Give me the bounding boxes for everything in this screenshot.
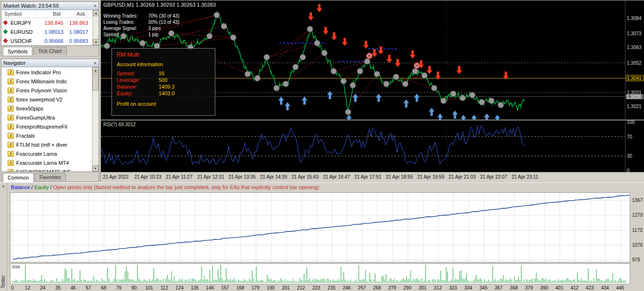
ask-price: 0.95683	[65, 38, 90, 44]
scroll-down-icon[interactable]: ▼	[92, 165, 99, 171]
tester-x-label: 0	[11, 285, 14, 291]
symbol-name: EURJPY	[10, 20, 38, 26]
ask-price: 138.863	[65, 20, 90, 26]
tester-x-label: 257	[358, 285, 366, 291]
strategy-tester-panel: × Tester Balance / Equity / Open prices …	[0, 182, 644, 291]
navigator-item[interactable]: fFractals	[1, 131, 99, 140]
navigator-item[interactable]: fforex sweepmod V2	[1, 95, 99, 104]
indicator-icon: f	[8, 79, 14, 84]
tester-x-label: 112	[161, 285, 168, 291]
price-chart[interactable]: GBPUSD,M1 1.30268 1.30293 1.30263 1.3028…	[101, 0, 626, 120]
stat-label: Winning Trades:	[103, 13, 148, 19]
market-watch-scrollbar[interactable]: ▲ ▼	[92, 10, 99, 45]
info-label: Balanse:	[117, 83, 159, 90]
tester-x-label: 101	[145, 285, 153, 291]
navigator-item-label: FTLM hist (mtf + diver	[16, 142, 67, 148]
close-icon[interactable]: ×	[94, 60, 97, 66]
time-axis-label: 21 Apr 10:23	[134, 174, 161, 180]
navigator-item[interactable]: fForexprofitsupremeFil	[1, 122, 99, 131]
legend-separator: /	[30, 184, 34, 190]
info-value: 1409.3	[159, 83, 175, 90]
navigator-item[interactable]: fFxaccurate Larna MT4	[1, 158, 99, 167]
scroll-up-icon[interactable]: ▲	[93, 10, 99, 16]
market-watch-row[interactable]: EURJPY138.845138.863	[1, 18, 99, 27]
navigator-item-label: forex50pips	[16, 106, 43, 111]
price-scale-tick: 1.3063	[627, 45, 642, 50]
close-icon[interactable]: ×	[2, 184, 5, 189]
scroll-up-icon[interactable]: ▲	[92, 67, 99, 73]
tester-x-label: 445	[616, 285, 624, 291]
market-watch-tab-tick-chart[interactable]: Tick Chart	[33, 47, 67, 55]
tester-x-label: 90	[131, 285, 137, 291]
navigator-item-label: Forex Indicator Pro	[16, 70, 61, 75]
tester-x-label: 323	[449, 285, 457, 291]
price-direction-icon	[3, 30, 8, 34]
tester-x-label: 124	[176, 285, 184, 291]
tester-x-label: 190	[267, 285, 275, 291]
indicator-icon: f	[8, 124, 14, 130]
tester-x-label: 79	[116, 285, 121, 291]
tester-x-label: 290	[403, 285, 412, 291]
tester-x-label: 279	[388, 285, 396, 291]
size-label: Size	[12, 264, 20, 269]
close-icon[interactable]: ×	[94, 3, 97, 9]
column-bid[interactable]: Bid	[36, 10, 62, 18]
time-axis-label: 21 Apr 19:59	[417, 174, 444, 180]
market-watch-tabs: SymbolsTick Chart	[1, 45, 99, 55]
stat-value: 3 pips	[148, 25, 161, 31]
navigator-item[interactable]: fForex Polynom Vision	[1, 86, 99, 95]
scrollbar-thumb[interactable]	[92, 74, 99, 90]
market-watch-row[interactable]: USDCHF0.956660.95683	[1, 36, 99, 45]
tester-x-label: 12	[25, 285, 30, 291]
navigator-tab-favorites[interactable]: Favorites	[35, 173, 66, 181]
navigator-item[interactable]: fforex50pips	[1, 104, 99, 113]
tester-x-label: 379	[525, 285, 533, 291]
balance-graph[interactable]	[10, 192, 630, 262]
info-box-subtitle: Account information	[117, 61, 210, 67]
left-sidebar: Market Watch: 23:54:59 × Symbol Bid Ask …	[0, 0, 100, 182]
column-ask[interactable]: Ask	[62, 10, 87, 18]
tester-x-label: 135	[191, 285, 199, 291]
tester-x-label: 46	[70, 285, 76, 291]
navigator-panel: Navigator × fForex Indicator ProfForex M…	[1, 59, 99, 182]
market-watch-row[interactable]: EURUSD1.080131.08017	[1, 27, 99, 36]
indicator-icon: f	[8, 106, 14, 111]
indicator-icon: f	[8, 169, 14, 172]
tester-x-label: 35	[55, 285, 60, 291]
navigator-item[interactable]: fForex Millionaire Indic	[1, 77, 99, 86]
tester-x-label: 368	[510, 285, 518, 291]
tester-x-label: 157	[221, 285, 229, 291]
tester-x-label: 401	[555, 285, 564, 291]
info-box-rows: Spread:16Leverage:500Balanse:1409.3Equit…	[117, 70, 210, 97]
scroll-down-icon[interactable]: ▼	[93, 39, 99, 45]
tester-tab-label[interactable]: Tester	[0, 275, 6, 288]
indicator-icon: f	[8, 115, 14, 120]
tester-x-label: 390	[540, 285, 548, 291]
tester-x-label: 412	[571, 285, 579, 291]
column-symbol[interactable]: Symbol	[1, 10, 36, 18]
tester-x-label: 201	[282, 285, 290, 291]
navigator-item[interactable]: fFXFUNDINGMATE INF	[1, 167, 99, 171]
indicator-icon: f	[8, 70, 14, 75]
navigator-item-label: Forex Polynom Vision	[16, 88, 67, 93]
time-axis-label: 21 Apr 16:47	[323, 174, 350, 180]
ask-price: 1.08017	[65, 29, 90, 35]
chart-title-ohlc: GBPUSD,M1 1.30268 1.30293 1.30263 1.3028…	[103, 2, 216, 8]
navigator-item[interactable]: fForex Indicator Pro	[1, 68, 99, 77]
navigator-item[interactable]: fForexGumpUltra	[1, 113, 99, 122]
navigator-item[interactable]: fFxaccurate Larna	[1, 149, 99, 158]
navigator-item-label: Fxaccurate Larna	[16, 151, 57, 157]
price-scale[interactable]: 1.30841.30731.30631.30521.30311.30211.30…	[625, 0, 644, 172]
navigator-tab-common[interactable]: Common	[3, 173, 34, 182]
navigator-item[interactable]: fFTLM hist (mtf + diver	[1, 140, 99, 149]
info-label: Spread:	[117, 70, 159, 77]
time-axis[interactable]: 21 Apr 202221 Apr 10:2321 Apr 11:2721 Ap…	[101, 172, 644, 182]
size-histogram[interactable]: Size	[10, 263, 630, 284]
rsi-subwindow[interactable]: RSI(7) 69.3012	[101, 120, 644, 172]
navigator-list: fForex Indicator ProfForex Millionaire I…	[1, 67, 99, 171]
rsi-canvas[interactable]	[101, 120, 626, 172]
tester-y-label: 1367	[632, 198, 643, 203]
navigator-scrollbar[interactable]: ▲ ▼	[92, 67, 99, 171]
time-axis-label: 21 Apr 22:07	[480, 174, 507, 180]
market-watch-tab-symbols[interactable]: Symbols	[3, 47, 32, 56]
